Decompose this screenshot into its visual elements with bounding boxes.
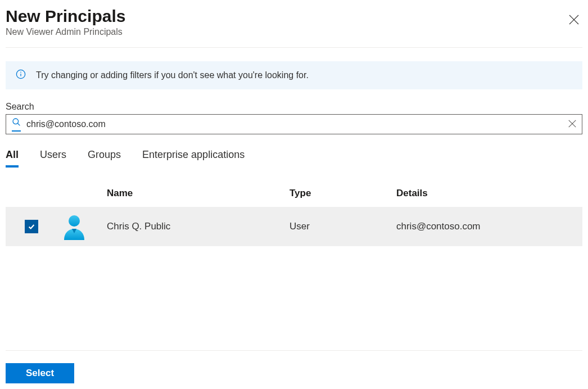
column-type: Type [290,188,396,199]
divider [6,47,582,48]
tab-all[interactable]: All [6,149,19,168]
table-header: Name Type Details [6,184,582,207]
svg-line-6 [18,123,20,125]
search-icon [12,117,21,132]
info-message-box: Try changing or adding filters if you do… [6,61,582,89]
search-field-wrapper[interactable] [6,114,582,134]
clear-search-icon[interactable] [568,119,576,130]
info-message-text: Try changing or adding filters if you do… [36,70,309,80]
row-name: Chris Q. Public [107,221,290,232]
search-input[interactable] [26,119,563,129]
select-button[interactable]: Select [6,363,74,383]
tab-enterprise-applications[interactable]: Enterprise applications [142,149,245,168]
page-subtitle: New Viewer Admin Principals [6,27,582,37]
user-avatar-icon [61,213,88,240]
info-icon [16,69,26,82]
tab-users[interactable]: Users [40,149,66,168]
close-icon[interactable] [569,15,579,27]
column-name: Name [107,188,290,199]
tab-bar: All Users Groups Enterprise applications [6,149,582,168]
svg-point-9 [69,215,80,227]
row-details: chris@contoso.com [396,221,582,232]
tab-groups[interactable]: Groups [88,149,121,168]
page-title: New Principals [6,7,582,26]
row-checkbox[interactable] [25,220,38,233]
svg-point-4 [20,72,21,73]
column-details: Details [396,188,582,199]
table-row[interactable]: Chris Q. Public User chris@contoso.com [6,207,582,246]
svg-point-5 [13,119,19,124]
search-label: Search [6,102,582,112]
row-type: User [290,221,396,232]
